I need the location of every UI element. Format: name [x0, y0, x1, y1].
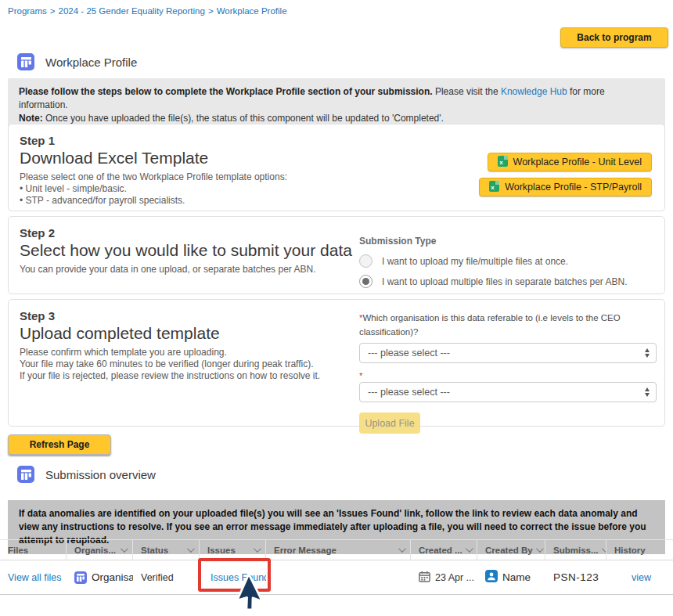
submission-overview-title: Submission overview — [45, 468, 156, 481]
info-banner-bold: Please follow the steps below to complet… — [19, 86, 433, 97]
breadcrumb-reporting[interactable]: 2024 - 25 Gender Equality Reporting — [59, 6, 205, 16]
info-banner-text: Please visit the — [433, 86, 501, 97]
column-header-history[interactable]: History — [606, 540, 673, 560]
upload-form: *Which organisation is this data referab… — [359, 310, 657, 434]
radio-button-selected[interactable] — [359, 275, 372, 288]
table-row: View all files Organisat.. Verified Issu… — [0, 560, 673, 595]
step1-panel: Step 1 Download Excel Template Please se… — [8, 124, 665, 211]
created-date: 23 Apr ... — [435, 572, 474, 583]
radio-upload-at-once-label: I want to upload my file/multiple files … — [382, 256, 568, 267]
download-stp-payroll-button[interactable]: x Workplace Profile - STP/Payroll — [479, 178, 652, 196]
breadcrumb: Programs>2024 - 25 Gender Equality Repor… — [8, 6, 287, 16]
svg-text:x: x — [491, 184, 495, 191]
download-unit-level-label: Workplace Profile - Unit Level — [513, 157, 642, 168]
chevron-down-icon[interactable] — [121, 545, 128, 553]
chevron-down-icon[interactable] — [254, 545, 261, 553]
step1-line1: Please select one of the two Workplace P… — [20, 171, 287, 183]
status-value: Verified — [133, 572, 200, 583]
step3-line3: If your file is rejected, please review … — [20, 370, 320, 382]
table-header-row: Files Organis... Status Issues Error Mes… — [0, 539, 673, 560]
template-select[interactable]: --- please select --- — [359, 382, 657, 402]
step3-panel: Step 3 Upload completed template Please … — [8, 299, 665, 427]
chevron-down-icon[interactable] — [398, 545, 406, 553]
column-header-created[interactable]: Created ... — [411, 540, 477, 560]
download-unit-level-button[interactable]: x Workplace Profile - Unit Level — [488, 153, 652, 171]
submission-type-group: Submission Type I want to upload my file… — [359, 236, 628, 295]
step3-label: Step 3 — [20, 309, 55, 322]
excel-icon: x — [498, 156, 508, 169]
step2-description: You can provide your data in one upload,… — [20, 264, 315, 276]
submission-id: PSN-123 — [553, 571, 599, 583]
submissions-table: Files Organis... Status Issues Error Mes… — [0, 539, 673, 595]
organisation-select-value: --- please select --- — [368, 348, 450, 358]
column-header-files[interactable]: Files — [0, 540, 67, 560]
submission-overview-row: Submission overview — [17, 466, 156, 483]
select-spinner-icon — [645, 348, 650, 358]
template-select-value: --- please select --- — [368, 387, 450, 398]
column-header-error-message[interactable]: Error Message — [266, 540, 411, 560]
select-spinner-icon — [645, 387, 650, 397]
calendar-icon — [419, 571, 430, 585]
upload-file-button[interactable]: Upload File — [359, 412, 420, 434]
issues-found-link[interactable]: Issues Found — [211, 572, 266, 583]
breadcrumb-separator: > — [208, 6, 214, 16]
submission-type-label: Submission Type — [359, 236, 628, 247]
step1-label: Step 1 — [20, 134, 55, 147]
breadcrumb-separator: > — [50, 6, 56, 16]
radio-separate-batches[interactable]: I want to upload multiple files in separ… — [359, 275, 628, 288]
step1-line2: • Unit level - simple/basic. — [20, 183, 287, 195]
excel-icon: x — [489, 181, 499, 194]
required-asterisk: * — [359, 371, 362, 380]
breadcrumb-programs[interactable]: Programs — [8, 6, 47, 16]
organisation-name: Organisat.. — [92, 571, 133, 583]
organisation-icon — [74, 571, 87, 584]
refresh-page-button[interactable]: Refresh Page — [8, 434, 111, 455]
column-header-status[interactable]: Status — [133, 540, 200, 560]
knowledge-hub-link[interactable]: Knowledge Hub — [501, 86, 567, 97]
history-view-link[interactable]: view — [632, 572, 651, 583]
submission-overview-icon — [17, 466, 34, 483]
column-header-submission[interactable]: Submiss... — [545, 540, 606, 560]
organisation-select[interactable]: --- please select --- — [359, 343, 657, 363]
step3-line1: Please confirm which template you are up… — [20, 347, 320, 358]
breadcrumb-workplace-profile[interactable]: Workplace Profile — [217, 6, 287, 16]
radio-upload-at-once[interactable]: I want to upload my file/multiple files … — [359, 254, 628, 268]
chevron-down-icon[interactable] — [536, 545, 544, 553]
view-all-files-link[interactable]: View all files — [8, 572, 62, 583]
step2-panel: Step 2 Select how you would like to subm… — [8, 216, 665, 294]
page-title-row: Workplace Profile — [17, 53, 137, 70]
step2-line1: You can provide your data in one upload,… — [20, 264, 315, 276]
download-stp-payroll-label: Workplace Profile - STP/Payroll — [505, 182, 642, 193]
radio-button-unselected[interactable] — [359, 254, 372, 268]
step2-label: Step 2 — [20, 226, 55, 240]
note-label: Note: — [19, 113, 43, 124]
back-to-program-button[interactable]: Back to program — [560, 27, 668, 48]
step3-description: Please confirm which template you are up… — [20, 347, 320, 382]
column-header-issues[interactable]: Issues — [200, 540, 266, 560]
column-header-organisation[interactable]: Organis... — [67, 540, 133, 560]
step1-line3: • STP - advanced/for payroll specialists… — [20, 195, 287, 207]
note-text: Once you have uploaded the file(s), the … — [43, 113, 444, 124]
workplace-profile-page: Programs>2024 - 25 Gender Equality Repor… — [0, 0, 673, 616]
step3-line2: Your file may take 60 minutes to be veri… — [20, 358, 320, 370]
created-by-name: Name — [502, 571, 531, 583]
download-buttons: x Workplace Profile - Unit Level x Workp… — [479, 153, 652, 196]
svg-text:x: x — [499, 159, 503, 166]
workplace-profile-icon — [17, 53, 34, 70]
organisation-question-label: Which organisation is this data referabl… — [359, 313, 621, 337]
step3-title: Upload completed template — [20, 324, 220, 343]
step1-title: Download Excel Template — [20, 149, 208, 168]
chevron-down-icon[interactable] — [466, 545, 473, 553]
chevron-down-icon[interactable] — [187, 545, 195, 553]
page-title: Workplace Profile — [45, 56, 137, 69]
column-header-created-by[interactable]: Created By — [477, 540, 545, 560]
step1-description: Please select one of the two Workplace P… — [20, 171, 287, 207]
person-icon — [485, 570, 498, 585]
step2-title: Select how you would like to submit your… — [20, 241, 352, 260]
radio-separate-batches-label: I want to upload multiple files in separ… — [382, 276, 628, 287]
